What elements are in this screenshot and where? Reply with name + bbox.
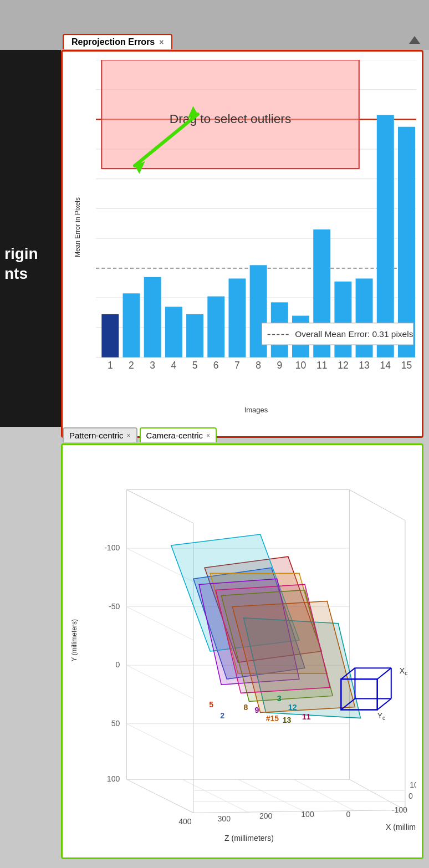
svg-text:7: 7 (234, 360, 240, 371)
svg-text:9: 9 (255, 706, 259, 714)
y-axis-3d-label: Y (millimeters) (70, 619, 78, 661)
svg-text:5: 5 (192, 360, 198, 371)
svg-text:0: 0 (116, 660, 120, 669)
svg-text:100: 100 (107, 774, 120, 783)
svg-text:-100: -100 (104, 543, 120, 552)
svg-text:2: 2 (129, 360, 134, 371)
svg-text:50: 50 (111, 719, 120, 728)
svg-text:11: 11 (302, 712, 311, 721)
svg-text:Z (millimeters): Z (millimeters) (224, 834, 274, 843)
svg-text:13: 13 (283, 716, 292, 724)
svg-rect-49 (356, 278, 373, 357)
svg-text:11: 11 (316, 360, 328, 371)
svg-text:0: 0 (346, 810, 350, 819)
svg-text:4: 4 (171, 360, 176, 371)
svg-text:-50: -50 (109, 602, 120, 611)
svg-rect-47 (334, 282, 351, 358)
left-panel: rigin nts (0, 50, 61, 427)
svg-text:12: 12 (288, 703, 297, 712)
y-axis-3d-label-container: Y (millimeters) (69, 462, 79, 819)
svg-text:X (millimeters): X (millimeters) (386, 823, 416, 831)
svg-text:8: 8 (256, 360, 261, 371)
svg-text:200: 200 (259, 811, 273, 820)
plot3d-panel: Pattern-centric × Camera-centric × Y (mi… (61, 443, 423, 859)
svg-text:15: 15 (401, 360, 412, 371)
svg-rect-1 (411, 43, 418, 44)
svg-rect-33 (186, 314, 203, 358)
svg-text:5: 5 (209, 700, 213, 709)
svg-text:13: 13 (359, 360, 370, 371)
svg-rect-37 (228, 278, 246, 357)
tab-pattern-close[interactable]: × (127, 432, 131, 440)
svg-text:100: 100 (410, 780, 416, 789)
y-axis-label: Mean Error in Pixels (74, 197, 81, 257)
reprojection-panel: Reprojection Errors × Mean Error in Pixe… (61, 50, 423, 438)
plot3d-tabs: Pattern-centric × Camera-centric × (63, 427, 217, 442)
svg-text:9: 9 (277, 360, 282, 371)
svg-text:-100: -100 (392, 805, 407, 814)
tab-camera-close[interactable]: × (206, 432, 210, 440)
svg-text:100: 100 (301, 810, 314, 819)
reprojection-tab-label: Reprojection Errors (72, 37, 155, 47)
svg-rect-31 (165, 307, 182, 357)
svg-text:8: 8 (243, 703, 248, 712)
svg-text:#15: #15 (266, 714, 279, 723)
minimize-icon[interactable] (409, 36, 420, 44)
reprojection-close-icon[interactable]: × (159, 38, 164, 47)
svg-text:12: 12 (338, 360, 349, 371)
svg-text:3: 3 (150, 360, 155, 371)
left-panel-text: rigin nts (4, 244, 38, 284)
svg-text:14: 14 (380, 360, 391, 371)
reprojection-tab[interactable]: Reprojection Errors × (63, 34, 172, 49)
svg-rect-27 (123, 293, 140, 357)
chart-container: Mean Error in Pixels 0 0.1 0.2 0.3 0.4 (71, 60, 416, 411)
plot3d-svg: -100 -50 0 50 100 400 300 200 100 0 100 … (82, 451, 416, 852)
tab-pattern-centric[interactable]: Pattern-centric × (63, 427, 137, 442)
svg-text:300: 300 (218, 814, 231, 823)
svg-text:6: 6 (213, 360, 219, 371)
svg-rect-35 (207, 297, 224, 358)
plot3d-area: Y (millimeters) (68, 451, 416, 852)
y-axis-label-container: Mean Error in Pixels (72, 60, 83, 395)
svg-text:10: 10 (295, 360, 307, 371)
svg-text:0: 0 (408, 792, 413, 800)
svg-rect-29 (144, 277, 161, 358)
x-axis-label: Images (96, 406, 416, 414)
svg-text:2: 2 (220, 711, 224, 720)
svg-rect-25 (101, 314, 119, 358)
svg-text:400: 400 (178, 817, 192, 826)
svg-text:1: 1 (108, 360, 113, 371)
bar-chart: 0 0.1 0.2 0.3 0.4 0.5 0.6 0.7 0.8 (96, 60, 416, 380)
svg-marker-0 (409, 36, 420, 44)
svg-rect-51 (377, 115, 394, 357)
svg-text:3: 3 (277, 694, 282, 703)
tab-camera-centric[interactable]: Camera-centric × (140, 427, 217, 442)
svg-text:Overall Mean Error: 0.31 pixel: Overall Mean Error: 0.31 pixels (295, 329, 413, 339)
